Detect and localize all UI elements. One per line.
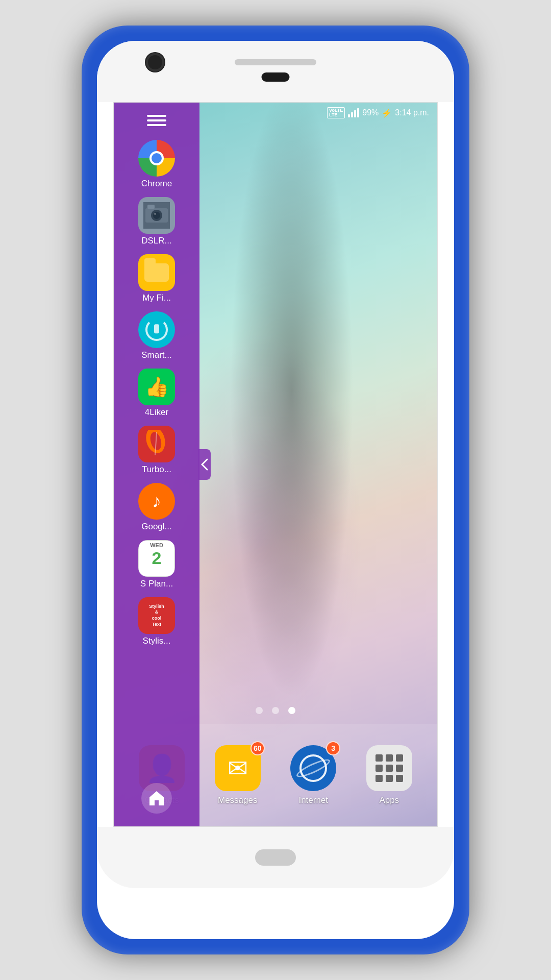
liker-icon: 👍	[138, 369, 175, 405]
dock-internet[interactable]: 3 Internet	[290, 745, 336, 805]
side-app-google-music[interactable]: ♪ Googl...	[119, 479, 194, 535]
splanner-icon-wrap: WED 2	[138, 540, 175, 577]
stylish-text-content: Stylish&coolText	[149, 604, 164, 628]
battery-icon: ⚡	[382, 108, 392, 118]
hamburger-line-3	[147, 124, 166, 126]
phone-top-hardware	[97, 41, 454, 102]
dslr-svg	[143, 202, 170, 229]
liker-icon-wrap: 👍	[138, 369, 175, 405]
calendar-date: 2	[152, 549, 162, 567]
side-app-dslr[interactable]: DSLR...	[119, 193, 194, 250]
messages-icon: ✉ 60	[215, 745, 261, 791]
side-app-myfiles[interactable]: My Fi...	[119, 251, 194, 307]
grid-dot-8	[386, 775, 393, 782]
internet-label: Internet	[298, 795, 328, 805]
panel-home-icon	[141, 783, 172, 814]
signal-bar-2	[351, 112, 353, 117]
signal-bar-1	[348, 114, 350, 117]
phone-screen: VoLTE LTE 99% ⚡ 3:14 p.m.	[113, 102, 438, 827]
grid-dot-4	[375, 765, 383, 772]
signal-strength	[348, 108, 359, 117]
side-app-4liker[interactable]: 👍 4Liker	[119, 365, 194, 421]
page-dot-1[interactable]	[256, 707, 263, 714]
planet-globe-icon	[299, 754, 327, 782]
smart-icon-wrap	[138, 311, 175, 348]
battery-percent: 99%	[362, 108, 379, 117]
turbo-svg	[144, 430, 169, 458]
dock-messages[interactable]: ✉ 60 Messages	[215, 745, 261, 805]
svg-rect-5	[147, 205, 155, 209]
side-app-splanner[interactable]: WED 2 S Plan...	[119, 536, 194, 593]
page-dot-3-active[interactable]	[288, 707, 295, 714]
front-camera	[148, 55, 162, 69]
hamburger-menu-button[interactable]	[119, 108, 194, 133]
smart-icon	[138, 311, 175, 348]
smart-label: Smart...	[141, 350, 172, 360]
earpiece-speaker	[235, 59, 316, 65]
messages-label: Messages	[218, 795, 257, 805]
dslr-label: DSLR...	[141, 236, 172, 246]
svg-point-3	[153, 212, 160, 219]
side-app-turbo[interactable]: Turbo...	[119, 422, 194, 478]
signal-bar-4	[357, 108, 359, 117]
stylish-label: Stylis...	[143, 636, 171, 646]
chrome-label: Chrome	[141, 179, 172, 189]
google-music-label: Googl...	[141, 522, 172, 532]
phone-body: VoLTE LTE 99% ⚡ 3:14 p.m.	[97, 41, 454, 939]
turbo-icon	[138, 426, 175, 462]
chrome-icon-center	[149, 151, 164, 165]
turbo-label: Turbo...	[142, 464, 171, 475]
stylish-icon-wrap: Stylish&coolText	[138, 597, 175, 634]
folder-tab	[144, 258, 156, 263]
grid-dot-3	[396, 754, 403, 762]
status-icons: VoLTE LTE 99% ⚡ 3:14 p.m.	[327, 107, 429, 118]
side-app-stylish[interactable]: Stylish&coolText Stylis...	[119, 594, 194, 650]
chrome-icon	[138, 140, 175, 177]
panel-home-button[interactable]	[119, 775, 194, 821]
phone-device: VoLTE LTE 99% ⚡ 3:14 p.m.	[82, 26, 469, 954]
music-note-icon: ♪	[152, 491, 161, 512]
side-app-panel: Chrome	[114, 103, 199, 826]
grid-dot-5	[386, 765, 393, 772]
dslr-icon	[138, 197, 175, 234]
turbo-icon-wrap	[138, 426, 175, 462]
google-music-icon: ♪	[138, 483, 175, 520]
liker-label: 4Liker	[145, 407, 168, 418]
myfiles-label: My Fi...	[142, 293, 171, 303]
stylish-icon: Stylish&coolText	[138, 597, 175, 634]
grid-dot-7	[375, 775, 383, 782]
apps-icon	[366, 745, 412, 791]
grid-dot-6	[396, 765, 403, 772]
signal-bar-3	[354, 110, 356, 117]
thumbsup-icon: 👍	[145, 376, 169, 398]
messages-envelope-icon: ✉	[228, 754, 248, 782]
chrome-icon-wrap	[138, 140, 175, 177]
side-app-chrome[interactable]: Chrome	[119, 136, 194, 192]
physical-home-button[interactable]	[255, 849, 296, 866]
apps-label: Apps	[379, 795, 399, 805]
volte-indicator: VoLTE LTE	[327, 107, 345, 118]
myfiles-icon	[138, 254, 175, 291]
internet-icon: 3	[290, 745, 336, 791]
planet-ring-icon	[295, 756, 332, 780]
messages-badge: 60	[251, 741, 265, 755]
myfiles-icon-wrap	[138, 254, 175, 291]
google-music-icon-wrap: ♪	[138, 483, 175, 520]
grid-dot-1	[375, 754, 383, 762]
apps-grid-icon	[368, 747, 410, 789]
side-app-smart[interactable]: Smart...	[119, 308, 194, 364]
hamburger-line-1	[147, 115, 166, 117]
chevron-left-icon	[201, 458, 208, 471]
grid-dot-9	[396, 775, 403, 782]
power-ring	[145, 318, 168, 341]
phone-bottom-hardware	[97, 827, 454, 888]
panel-collapse-arrow[interactable]	[198, 449, 211, 480]
page-dot-2[interactable]	[272, 707, 279, 714]
internet-badge: 3	[326, 741, 340, 755]
splanner-label: S Plan...	[140, 579, 173, 589]
power-btn	[154, 324, 159, 333]
dslr-icon-wrap	[138, 197, 175, 234]
hamburger-line-2	[147, 119, 166, 121]
dock-apps[interactable]: Apps	[366, 745, 412, 805]
grid-dot-2	[386, 754, 393, 762]
